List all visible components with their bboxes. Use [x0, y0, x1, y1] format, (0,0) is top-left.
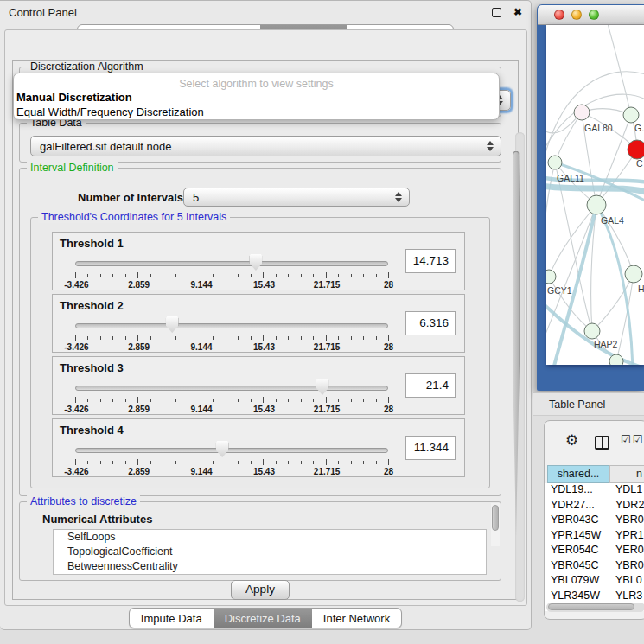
- threshold-slider[interactable]: -3.4262.8599.14415.4321.71528: [75, 378, 388, 414]
- tick-mark: [112, 399, 113, 402]
- tick-mark: [125, 336, 126, 340]
- tick-label: 28: [384, 467, 393, 476]
- cell-name: YBL0: [610, 574, 644, 590]
- tick-mark: [238, 461, 239, 464]
- tick-mark: [175, 461, 176, 464]
- threshold-label: Threshold 3: [60, 361, 124, 374]
- table-horizontal-scrollbar[interactable]: [546, 603, 644, 612]
- tick-mark: [363, 274, 364, 277]
- table-row[interactable]: YBR045CYBR0: [545, 559, 644, 575]
- slider-thumb[interactable]: [249, 254, 262, 271]
- slider-track[interactable]: [75, 261, 388, 266]
- table-row[interactable]: YDL19...YDL1: [545, 483, 644, 499]
- threshold-slider[interactable]: -3.4262.8599.14415.4321.71528: [75, 440, 388, 476]
- popup-option-equal-width-frequency[interactable]: Equal Width/Frequency Discretization: [16, 105, 204, 118]
- threshold-value-field[interactable]: 14.713: [405, 249, 456, 273]
- table-data-combo[interactable]: galFiltered.sif default node: [30, 136, 501, 156]
- tick-mark: [112, 336, 113, 340]
- tick-mark: [87, 399, 88, 402]
- table-row[interactable]: YBL079WYBL0: [545, 574, 644, 590]
- tick-label: 28: [384, 280, 393, 290]
- attribute-list-item[interactable]: BetweennessCentrality: [54, 559, 486, 574]
- columns-icon[interactable]: [595, 436, 609, 450]
- tick-mark: [201, 335, 201, 341]
- checkbox-icons[interactable]: ☑☑: [621, 433, 644, 446]
- slider-track[interactable]: [75, 386, 388, 391]
- table-row[interactable]: YBR043CYBR0: [545, 513, 644, 529]
- number-of-intervals-combo[interactable]: 5: [183, 188, 410, 207]
- network-window-titlebar[interactable]: [538, 5, 644, 25]
- threshold-value-field[interactable]: 11.344: [405, 436, 456, 460]
- network-node-gcy1[interactable]: [546, 270, 556, 284]
- scrollbar-thumb[interactable]: [548, 603, 634, 610]
- attribute-list-item[interactable]: TopologicalCoefficient: [54, 545, 486, 559]
- float-window-icon[interactable]: [492, 8, 501, 17]
- tick-mark: [313, 461, 314, 464]
- network-node-gal4[interactable]: [587, 195, 606, 214]
- tick-mark: [100, 461, 101, 464]
- threshold-slider[interactable]: -3.4262.8599.14415.4321.71528: [75, 253, 388, 290]
- tab-infer-network[interactable]: Infer Network: [312, 609, 401, 628]
- network-node-label: H: [638, 284, 644, 294]
- network-node-gal11[interactable]: [548, 156, 562, 169]
- attributes-group: Attributes to discretize Numerical Attri…: [19, 501, 501, 581]
- threshold-slider[interactable]: -3.4262.8599.14415.4321.71528: [75, 316, 388, 352]
- tick-mark: [112, 274, 113, 277]
- numerical-attributes-label: Numerical Attributes: [42, 513, 152, 526]
- minimize-light-icon[interactable]: [571, 10, 582, 20]
- table-row[interactable]: YER054CYER0: [545, 544, 644, 559]
- table-rows: YDL19...YDL1YDR27...YDR2YBR043CYBR0YPR14…: [545, 483, 644, 611]
- tick-mark: [288, 336, 289, 340]
- network-canvas[interactable]: GAL80G.CGAL11GAL4GCY1HHAP2: [546, 25, 644, 365]
- tick-mark: [163, 461, 163, 464]
- slider-track[interactable]: [75, 448, 388, 453]
- close-icon[interactable]: ✖: [513, 7, 522, 17]
- popup-option-manual-discretization[interactable]: Manual Discretization: [16, 91, 132, 104]
- cell-shared-name: YDR27...: [545, 499, 610, 514]
- tab-impute-data[interactable]: Impute Data: [130, 609, 214, 628]
- gear-icon[interactable]: ⚙: [565, 431, 578, 450]
- column-header-name[interactable]: n: [609, 465, 644, 483]
- network-node-c[interactable]: [628, 140, 644, 159]
- tab-discretize-data[interactable]: Discretize Data: [214, 609, 312, 628]
- tick-mark: [288, 399, 289, 402]
- network-edge: [596, 150, 637, 205]
- threshold-label: Threshold 1: [60, 237, 124, 250]
- slider-thumb[interactable]: [166, 316, 179, 333]
- table-row[interactable]: YDR27...YDR2: [545, 499, 644, 514]
- network-node-g[interactable]: [623, 107, 639, 123]
- threshold-value-field[interactable]: 6.316: [405, 311, 456, 335]
- network-node-hap2[interactable]: [584, 323, 600, 339]
- network-node[interactable]: [609, 354, 623, 365]
- slider-ticks: [75, 335, 388, 341]
- slider-thumb[interactable]: [216, 441, 229, 457]
- interval-definition-group: Interval Definition Number of Intervals …: [19, 168, 501, 496]
- apply-button[interactable]: Apply: [231, 580, 290, 600]
- network-node-gal80[interactable]: [574, 105, 590, 120]
- tick-mark: [351, 461, 352, 464]
- column-header-shared[interactable]: shared...: [547, 465, 609, 483]
- attributes-list-scrollbar[interactable]: [491, 503, 500, 546]
- tick-mark: [388, 459, 389, 465]
- tick-mark: [137, 397, 138, 403]
- attribute-list-item[interactable]: SelfLoops: [54, 530, 486, 545]
- scrollbar-thumb[interactable]: [492, 505, 499, 531]
- zoom-light-icon[interactable]: [589, 10, 599, 20]
- threshold-value-field[interactable]: 21.4: [405, 373, 456, 398]
- tick-mark: [188, 336, 188, 340]
- table-row[interactable]: YPR145WYPR1: [545, 529, 644, 545]
- network-node-label: C: [636, 158, 643, 169]
- network-node-h[interactable]: [625, 265, 642, 283]
- numerical-attributes-list[interactable]: SelfLoopsTopologicalCoefficientBetweenne…: [53, 529, 487, 575]
- tick-mark: [301, 274, 302, 277]
- slider-thumb[interactable]: [316, 379, 328, 395]
- tick-mark: [150, 399, 151, 402]
- settings-vertical-scrollbar[interactable]: [515, 132, 525, 602]
- tick-mark: [87, 461, 88, 464]
- slider-track[interactable]: [75, 323, 388, 328]
- tick-mark: [201, 397, 201, 403]
- close-light-icon[interactable]: [554, 10, 564, 20]
- tab-label: Discretize Data: [225, 612, 301, 625]
- tab-label: Impute Data: [141, 612, 202, 625]
- cell-name: YBR0: [610, 559, 644, 575]
